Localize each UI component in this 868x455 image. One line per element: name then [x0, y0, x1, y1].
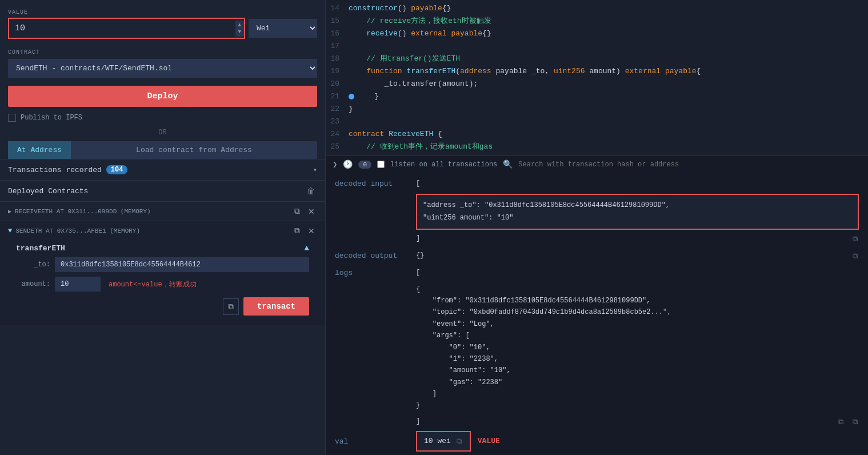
- method-name-row: transferETH ▲: [16, 244, 309, 253]
- val-value: 10 wei: [424, 437, 451, 445]
- at-address-button[interactable]: At Address: [8, 141, 71, 159]
- value-input[interactable]: [9, 19, 235, 38]
- deployed-contracts-row: Deployed Contracts 🗑: [0, 180, 325, 201]
- deploy-button[interactable]: Deploy: [8, 86, 317, 107]
- search-icon: 🔍: [503, 159, 513, 169]
- receiveeth-header[interactable]: ▶ RECEIVEETH AT 0X311...099DD (MEMORY) ⧉…: [8, 205, 317, 217]
- right-panel: 14 constructor() payable{} 15 // receive…: [326, 0, 868, 455]
- amount-note: amount<=value，转账成功: [109, 280, 197, 289]
- logs-brace-close: }: [416, 401, 420, 409]
- line-num-21: 21: [326, 90, 349, 103]
- logs-arg-amount: "amount": "10",: [416, 366, 511, 374]
- line-content-25: // 收到eth事件，记录amount和gas: [349, 141, 493, 153]
- value-input-wrapper: ▲ ▼: [8, 18, 245, 39]
- logs-copy-btn-1[interactable]: ⧉: [837, 416, 845, 428]
- transact-copy-icon[interactable]: ⧉: [223, 298, 239, 315]
- logs-content-row: { "from": "0x311d8dfc1358105E8dc45564444…: [416, 284, 859, 412]
- transactions-row[interactable]: Transactions recorded 104 ▾: [0, 159, 325, 180]
- logs-arg-gas: "gas": "2238": [416, 378, 502, 386]
- search-input[interactable]: [518, 161, 861, 169]
- receiveeth-actions: ⧉ ✕: [292, 205, 317, 217]
- code-line-18: 18 // 用transfer()发送ETH: [326, 53, 868, 65]
- to-param-row: _to:: [16, 257, 309, 272]
- line-content-20: _to.transfer(amount);: [349, 78, 478, 90]
- line-num-24: 24: [326, 128, 349, 141]
- logs-copy-btn-2[interactable]: ⧉: [851, 416, 859, 428]
- sendeth-item: ▼ SENDETH AT 0X735...AFBE1 (MEMORY) ⧉ ✕ …: [0, 221, 325, 325]
- line-num-19: 19: [326, 65, 349, 78]
- code-editor: 14 constructor() payable{} 15 // receive…: [326, 0, 868, 155]
- publish-label: Publish to IPFS: [21, 114, 82, 122]
- line-content-14: constructor() payable{}: [349, 2, 451, 15]
- contract-label: CONTRACT: [8, 49, 317, 55]
- method-name: transferETH: [16, 244, 65, 253]
- code-line-21: 21 }: [326, 90, 868, 103]
- line-num-22: 22: [326, 103, 349, 115]
- decoded-input-box: "address _to": "0x311d8dfc1358105E8dc455…: [416, 194, 859, 230]
- transactions-left: Transactions recorded 104: [8, 165, 127, 174]
- code-line-16: 16 receive() external payable{}: [326, 27, 868, 40]
- line-num-23: 23: [326, 115, 349, 128]
- code-line-23: 23: [326, 115, 868, 128]
- line-num-18: 18: [326, 53, 349, 65]
- decoded-input-bracket-open: [: [416, 178, 859, 189]
- line-content-19: function transferETH(address payable _to…: [349, 65, 701, 78]
- sendeth-header[interactable]: ▼ SENDETH AT 0X735...AFBE1 (MEMORY) ⧉ ✕: [8, 225, 317, 237]
- logs-arg-0: "0": "10",: [416, 344, 490, 352]
- method-chevron: ▲: [305, 244, 309, 253]
- decoded-input-address: "address _to": "0x311d8dfc1358105E8dc455…: [423, 201, 670, 209]
- value-spinner[interactable]: ▲ ▼: [235, 21, 244, 37]
- decoded-output-copy-btn[interactable]: ⧉: [851, 250, 859, 262]
- logs-content: { "from": "0x311d8dfc1358105E8dc45564444…: [416, 284, 859, 412]
- decoded-input-bracket-close-row: ] ⧉: [416, 233, 859, 245]
- receiveeth-copy-icon[interactable]: ⧉: [292, 205, 302, 217]
- transact-button[interactable]: transact: [243, 297, 309, 316]
- transactions-badge: 104: [106, 165, 128, 174]
- to-label: _to:: [16, 261, 50, 269]
- line-num-20: 20: [326, 78, 349, 90]
- line-content-21: }: [357, 90, 379, 103]
- line-content-22: }: [349, 103, 353, 115]
- collapse-icon[interactable]: ❯: [333, 159, 337, 169]
- publish-checkbox[interactable]: [8, 114, 16, 122]
- code-line-24: 24 contract ReceiveETH {: [326, 128, 868, 141]
- receiveeth-close-icon[interactable]: ✕: [306, 205, 317, 217]
- transactions-chevron: ▾: [313, 166, 317, 174]
- code-line-22: 22 }: [326, 103, 868, 115]
- transact-row: ⧉ transact: [16, 292, 309, 318]
- sendeth-title: ▼ SENDETH AT 0X735...AFBE1 (MEMORY): [8, 227, 140, 235]
- logs-label: logs: [335, 268, 409, 277]
- val-row: val 10 wei ⧉ VALUE: [335, 431, 859, 452]
- amount-param-row: amount: amount<=value，转账成功: [16, 277, 309, 292]
- transaction-output: decoded input [ "address _to": "0x311d8d…: [326, 173, 868, 455]
- contract-section: CONTRACT SendETH - contracts/WTF/SendETH…: [0, 46, 325, 81]
- wei-select[interactable]: Wei Gwei Finney Ether: [249, 19, 317, 38]
- to-input[interactable]: [55, 257, 309, 272]
- decoded-input-copy-btn[interactable]: ⧉: [851, 233, 859, 245]
- deployed-contracts-label: Deployed Contracts: [8, 187, 88, 195]
- sendeth-copy-icon[interactable]: ⧉: [292, 225, 302, 237]
- receiveeth-item: ▶ RECEIVEETH AT 0X311...099DD (MEMORY) ⧉…: [0, 201, 325, 221]
- breakpoint-dot: [349, 94, 354, 99]
- trash-icon[interactable]: 🗑: [305, 185, 317, 197]
- line-num-14: 14: [326, 2, 349, 15]
- contract-select[interactable]: SendETH - contracts/WTF/SendETH.sol: [8, 59, 317, 78]
- logs-bracket-open: [: [416, 268, 859, 278]
- line-num-15: 15: [326, 15, 349, 27]
- value-tag: VALUE: [478, 437, 500, 445]
- listen-checkbox[interactable]: [377, 161, 385, 168]
- code-line-15: 15 // receive方法，接收eth时被触发: [326, 15, 868, 27]
- load-contract-button[interactable]: Load contract from Address: [71, 141, 317, 159]
- amount-input[interactable]: [55, 277, 101, 292]
- left-panel: VALUE ▲ ▼ Wei Gwei Finney Ether CONTRACT…: [0, 0, 326, 455]
- at-address-row: At Address Load contract from Address: [8, 141, 317, 159]
- decoded-input-amount: "uint256 amount": "10": [423, 214, 513, 222]
- val-box: 10 wei ⧉: [416, 431, 471, 452]
- line-num-16: 16: [326, 27, 349, 40]
- val-copy-btn[interactable]: ⧉: [455, 436, 463, 447]
- code-line-14: 14 constructor() payable{}: [326, 2, 868, 15]
- sendeth-close-icon[interactable]: ✕: [306, 225, 317, 237]
- transfer-eth-section: transferETH ▲ _to: amount: amount<=value…: [8, 237, 317, 321]
- val-label: val: [335, 436, 409, 446]
- sendeth-actions: ⧉ ✕: [292, 225, 317, 237]
